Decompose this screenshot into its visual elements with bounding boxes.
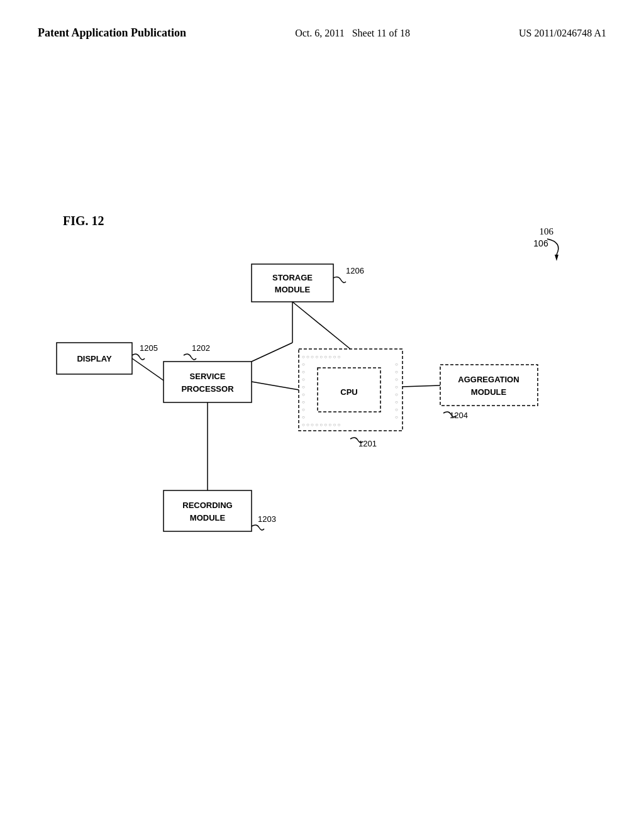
recording-module-label-1: RECORDING xyxy=(182,501,232,510)
service-processor-label-1: SERVICE xyxy=(190,372,226,381)
patent-number: US 2011/0246748 A1 xyxy=(519,25,606,39)
service-processor-label-2: PROCESSOR xyxy=(181,384,234,394)
publication-title: Patent Application Publication xyxy=(38,25,186,41)
aggregation-module-label-1: AGGREGATION xyxy=(458,375,519,384)
svg-text:○ ○ ○ ○ ○ ○ ○ ○ ○: ○ ○ ○ ○ ○ ○ ○ ○ ○ xyxy=(302,422,340,428)
diagram-svg: 106 STORAGE MODULE 1206 DISPLAY 1205 120… xyxy=(38,214,604,654)
svg-rect-2 xyxy=(252,264,333,302)
svg-rect-26 xyxy=(164,490,252,531)
svg-rect-25 xyxy=(440,365,538,406)
svg-text:○: ○ xyxy=(302,399,305,405)
storage-module-label-2: MODULE xyxy=(275,285,311,294)
cpu-label: CPU xyxy=(340,387,357,397)
ref-1202: 1202 xyxy=(192,343,210,353)
svg-line-29 xyxy=(132,358,164,380)
svg-text:○: ○ xyxy=(302,384,305,390)
svg-text:○: ○ xyxy=(302,407,305,412)
ref-1204: 1204 xyxy=(450,411,468,420)
svg-rect-4 xyxy=(164,362,252,402)
aggregation-module-label-2: MODULE xyxy=(471,387,507,397)
svg-text:○ ○ ○ ○ ○ ○ ○ ○ ○: ○ ○ ○ ○ ○ ○ ○ ○ ○ xyxy=(302,354,340,360)
svg-text:○: ○ xyxy=(395,384,398,390)
svg-text:○: ○ xyxy=(395,369,398,375)
svg-text:○: ○ xyxy=(395,377,398,382)
svg-line-30 xyxy=(252,382,299,390)
ref-1201: 1201 xyxy=(358,439,377,448)
svg-text:○: ○ xyxy=(302,362,305,367)
storage-module-label-1: STORAGE xyxy=(272,273,313,282)
svg-marker-1 xyxy=(555,255,558,261)
svg-text:○: ○ xyxy=(302,414,305,420)
svg-text:106: 106 xyxy=(533,238,548,248)
svg-text:○: ○ xyxy=(302,369,305,375)
ref-1203: 1203 xyxy=(258,514,276,524)
svg-text:○: ○ xyxy=(395,362,398,367)
svg-text:○: ○ xyxy=(302,392,305,397)
svg-text:○: ○ xyxy=(395,392,398,397)
page-header: Patent Application Publication Oct. 6, 2… xyxy=(0,0,644,41)
display-label: DISPLAY xyxy=(77,354,111,363)
svg-text:○: ○ xyxy=(395,414,398,420)
svg-text:○: ○ xyxy=(395,399,398,405)
svg-line-31 xyxy=(402,385,440,387)
diagram-area: FIG. 12 106 106 STORAGE MODULE 1206 DISP… xyxy=(38,214,604,654)
recording-module-label-2: MODULE xyxy=(190,513,226,523)
svg-text:○: ○ xyxy=(302,377,305,382)
svg-line-33 xyxy=(292,302,350,349)
ref-1205: 1205 xyxy=(140,343,158,353)
ref-1206: 1206 xyxy=(346,266,364,275)
header-date-sheet: Oct. 6, 2011 Sheet 11 of 18 xyxy=(295,25,410,39)
svg-text:○: ○ xyxy=(395,407,398,412)
svg-line-28 xyxy=(252,343,292,362)
